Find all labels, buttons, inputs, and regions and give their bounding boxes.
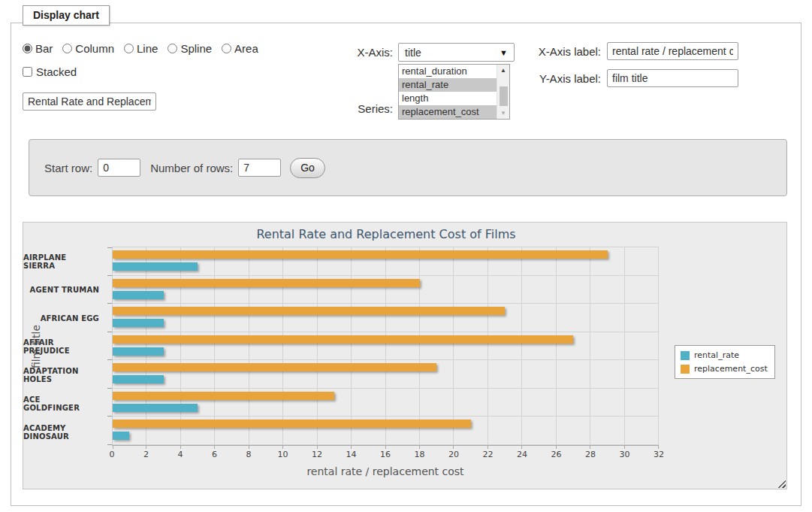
chart-type-label-bar[interactable]: Bar — [35, 42, 53, 55]
series-scrollbar[interactable]: ▲ ▼ — [497, 65, 509, 119]
x-tick-labels: 02468101214161820222426283032 — [112, 450, 659, 460]
bar-replacement_cost[interactable] — [113, 392, 334, 400]
bar-replacement_cost[interactable] — [113, 420, 471, 428]
legend-label: replacement_cost — [694, 364, 768, 374]
x-tick-label: 30 — [620, 450, 630, 459]
x-tick-label: 6 — [212, 450, 217, 459]
scroll-up-icon[interactable]: ▲ — [497, 65, 510, 76]
x-axis-title: rental rate / replacement cost — [112, 465, 659, 477]
series-option-replacement_cost[interactable]: replacement_cost — [399, 105, 497, 119]
x-tick-label: 28 — [585, 450, 596, 459]
x-axis-tick — [556, 445, 557, 449]
bar-rental_rate[interactable] — [113, 291, 164, 299]
bar-rental_rate[interactable] — [113, 319, 164, 327]
category-label: ADAPTATION HOLES — [23, 361, 106, 389]
series-option-length[interactable]: length — [399, 92, 497, 105]
scrollbar-thumb[interactable] — [500, 86, 508, 106]
category-label: ACE GOLDFINGER — [23, 389, 106, 418]
x-axis-tick — [658, 445, 659, 449]
category-row — [113, 360, 659, 389]
y-axis-caption-input[interactable] — [607, 69, 738, 87]
y-axis-tick — [107, 416, 112, 417]
x-axis-selected-value: title — [405, 47, 421, 59]
category-axis-labels: AIRPLANE SIERRAAGENT TRUMANAFRICAN EGGAF… — [23, 247, 106, 447]
num-rows-input[interactable] — [238, 159, 281, 177]
chart-type-label-spline[interactable]: Spline — [180, 42, 212, 55]
x-tick-label: 22 — [483, 450, 494, 459]
x-axis-tick — [317, 445, 318, 449]
x-axis-tick — [282, 445, 283, 449]
x-axis-select[interactable]: title ▼ — [398, 43, 515, 62]
x-tick-label: 2 — [143, 450, 149, 459]
chart-type-label-column[interactable]: Column — [75, 42, 114, 55]
chart-type-label-area[interactable]: Area — [234, 42, 258, 55]
start-row-input[interactable] — [98, 159, 140, 177]
bar-rental_rate[interactable] — [113, 432, 129, 440]
series-option-rental_rate[interactable]: rental_rate — [399, 78, 497, 92]
x-axis-tick — [385, 445, 386, 449]
go-button[interactable]: Go — [290, 158, 325, 178]
y-axis-caption-label: Y-Axis label: — [524, 72, 601, 85]
chart-title-input[interactable] — [23, 92, 156, 111]
bar-rental_rate[interactable] — [113, 347, 164, 356]
bar-replacement_cost[interactable] — [113, 279, 420, 287]
legend-swatch-icon — [681, 351, 690, 360]
legend-item-replacement_cost[interactable]: replacement_cost — [681, 364, 768, 374]
x-axis-tick — [249, 445, 249, 449]
x-tick-label: 14 — [346, 450, 357, 459]
x-axis-tick — [488, 445, 488, 449]
chart-title: Rental Rate and Replacement Cost of Film… — [23, 227, 749, 241]
x-axis-tick — [419, 445, 420, 449]
chart-type-radio-group: BarColumnLineSplineArea — [23, 42, 265, 55]
legend-item-rental_rate[interactable]: rental_rate — [681, 350, 768, 360]
chart-type-radio-column[interactable] — [62, 44, 72, 53]
chevron-down-icon: ▼ — [500, 48, 508, 57]
x-axis-tick — [180, 445, 181, 449]
bar-rental_rate[interactable] — [113, 262, 198, 271]
y-axis-tick — [107, 359, 112, 360]
x-axis-tick — [624, 445, 625, 449]
x-tick-label: 12 — [312, 450, 322, 459]
y-axis-tick — [107, 247, 112, 248]
category-label: AFFAIR PREJUDICE — [23, 333, 106, 362]
x-axis-tick — [146, 445, 146, 449]
start-row-label: Start row: — [44, 162, 92, 174]
category-label: AGENT TRUMAN — [23, 276, 106, 304]
chart-type-label-line[interactable]: Line — [137, 42, 158, 55]
y-axis-tick — [107, 444, 112, 445]
x-tick-label: 24 — [517, 450, 527, 459]
resize-handle-icon[interactable] — [777, 480, 786, 488]
y-axis-tick — [107, 303, 112, 304]
y-axis-tick — [107, 332, 112, 332]
scroll-down-icon[interactable]: ▼ — [497, 108, 510, 119]
bar-replacement_cost[interactable] — [113, 363, 436, 371]
x-tick-label: 10 — [278, 450, 288, 459]
stacked-label[interactable]: Stacked — [36, 65, 77, 78]
y-axis-tick — [107, 388, 112, 389]
chart-type-radio-bar[interactable] — [23, 44, 32, 53]
x-axis-tick — [453, 445, 454, 449]
bar-rental_rate[interactable] — [113, 375, 164, 383]
series-multiselect[interactable]: rental_durationrental_ratelengthreplacem… — [398, 64, 510, 120]
series-option-rental_duration[interactable]: rental_duration — [399, 65, 497, 78]
category-row — [113, 389, 659, 417]
x-axis-tick — [590, 445, 590, 449]
chart-type-radio-area[interactable] — [222, 44, 231, 53]
chart-panel: Rental Rate and Replacement Cost of Film… — [23, 222, 787, 489]
fieldset-legend: Display chart — [23, 5, 110, 26]
x-tick-label: 18 — [415, 450, 425, 459]
chart-type-radio-spline[interactable] — [168, 44, 177, 53]
x-tick-label: 16 — [380, 450, 391, 459]
bar-replacement_cost[interactable] — [113, 250, 608, 259]
bar-rental_rate[interactable] — [113, 404, 198, 412]
bar-replacement_cost[interactable] — [113, 307, 505, 315]
category-label: AFRICAN EGG — [23, 304, 106, 333]
num-rows-label: Number of rows: — [150, 162, 233, 174]
x-tick-label: 20 — [448, 450, 459, 459]
bar-replacement_cost[interactable] — [113, 335, 573, 344]
x-tick-label: 32 — [654, 450, 664, 459]
stacked-checkbox[interactable] — [23, 67, 32, 77]
x-axis-caption-input[interactable] — [607, 42, 738, 60]
x-tick-label: 4 — [178, 450, 183, 459]
chart-type-radio-line[interactable] — [124, 44, 134, 53]
